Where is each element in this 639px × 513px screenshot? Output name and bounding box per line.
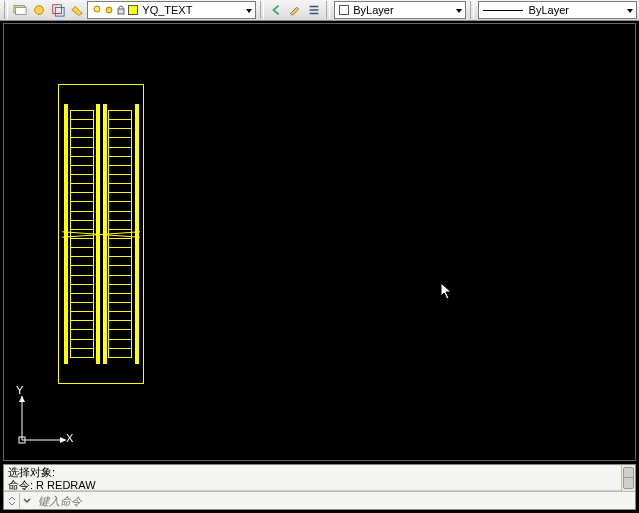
svg-point-5 bbox=[94, 6, 100, 12]
layer-previous-button[interactable] bbox=[268, 1, 285, 19]
toolbar-grip[interactable] bbox=[260, 1, 264, 19]
color-swatch bbox=[339, 5, 349, 15]
sun-icon bbox=[104, 5, 114, 15]
command-scrollbar[interactable] bbox=[621, 465, 635, 491]
match-properties-button[interactable] bbox=[287, 1, 304, 19]
cursor-icon bbox=[440, 282, 454, 302]
toolbar-grip[interactable] bbox=[4, 1, 8, 19]
command-history-line: 选择对象: bbox=[8, 466, 631, 479]
layer-match-button[interactable] bbox=[50, 1, 67, 19]
command-window: 选择对象: 命令: R REDRAW bbox=[3, 464, 636, 510]
layer-dropdown[interactable]: YQ_TEXT bbox=[87, 1, 256, 19]
top-toolbar: YQ_TEXT ByLayer ByLayer bbox=[0, 0, 639, 21]
command-history-line: 命令: R REDRAW bbox=[8, 479, 631, 491]
svg-rect-4 bbox=[55, 7, 64, 16]
ucs-icon: X Y bbox=[16, 390, 76, 452]
list-button[interactable] bbox=[306, 1, 323, 19]
ucs-y-label: Y bbox=[16, 384, 23, 396]
ucs-x-label: X bbox=[66, 432, 73, 444]
command-recent-button[interactable] bbox=[20, 493, 34, 509]
layer-manager-button[interactable] bbox=[12, 1, 29, 19]
svg-marker-11 bbox=[19, 396, 25, 402]
svg-rect-1 bbox=[16, 7, 27, 14]
command-grip-icon[interactable] bbox=[4, 493, 20, 509]
toolbar-grip[interactable] bbox=[470, 1, 474, 19]
svg-rect-7 bbox=[118, 9, 124, 14]
svg-rect-3 bbox=[53, 5, 62, 14]
layer-name: YQ_TEXT bbox=[142, 4, 192, 16]
model-viewport[interactable]: X Y bbox=[3, 23, 636, 461]
lock-icon bbox=[116, 5, 126, 15]
color-name: ByLayer bbox=[353, 4, 393, 16]
scroll-down-button[interactable] bbox=[623, 477, 634, 489]
toolbar-grip[interactable] bbox=[326, 1, 330, 19]
drawing-column bbox=[58, 84, 144, 384]
lightbulb-icon bbox=[92, 5, 102, 15]
layer-color-swatch bbox=[128, 5, 138, 15]
color-dropdown[interactable]: ByLayer bbox=[334, 1, 465, 19]
layer-isolate-button[interactable] bbox=[68, 1, 85, 19]
svg-point-6 bbox=[106, 7, 112, 13]
linetype-swatch bbox=[483, 10, 523, 11]
layer-states-button[interactable] bbox=[31, 1, 48, 19]
command-history[interactable]: 选择对象: 命令: R REDRAW bbox=[4, 465, 635, 491]
svg-point-2 bbox=[35, 6, 44, 15]
linetype-name: ByLayer bbox=[529, 4, 569, 16]
command-input[interactable] bbox=[34, 495, 635, 507]
linetype-dropdown[interactable]: ByLayer bbox=[478, 1, 637, 19]
